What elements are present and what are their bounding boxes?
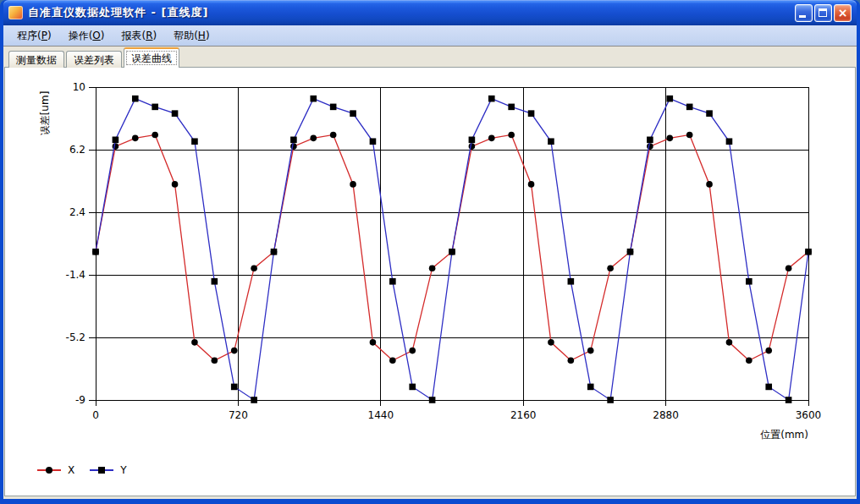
title-bar: 自准直仪数据处理软件 - [直线度] × (3, 0, 857, 25)
error-curve-page (4, 67, 856, 496)
legend-item-x: X (37, 464, 74, 476)
window-title: 自准直仪数据处理软件 - [直线度] (28, 5, 795, 20)
tab-measure-data[interactable]: 测量数据 (8, 51, 64, 68)
app-icon (8, 6, 23, 19)
maximize-icon (819, 8, 827, 17)
window-controls: × (795, 4, 852, 22)
menu-item-help[interactable]: 帮助(H) (165, 26, 218, 46)
close-icon: × (835, 5, 851, 21)
app-frame: 程序(P)操作(O)报表(R)帮助(H) 测量数据误差列表误差曲线 (3, 25, 857, 499)
legend-item-y: Y (90, 464, 126, 476)
application-window: 自准直仪数据处理软件 - [直线度] × 程序(P)操作(O)报表(R)帮助(H… (0, 0, 860, 504)
tab-label: 误差曲线 (131, 52, 172, 66)
menu-item-report[interactable]: 报表(R) (113, 26, 165, 46)
minimize-button[interactable] (795, 4, 813, 22)
chart-legend: XY (37, 464, 127, 476)
tab-bar: 测量数据误差列表误差曲线 (3, 47, 857, 67)
tab-label: 误差列表 (74, 53, 114, 68)
menu-item-program[interactable]: 程序(P) (8, 26, 60, 46)
legend-marker-x (37, 469, 61, 471)
menu-item-operation[interactable]: 操作(O) (60, 26, 113, 46)
legend-label: X (68, 464, 74, 476)
menu-bar: 程序(P)操作(O)报表(R)帮助(H) (3, 25, 857, 47)
close-button[interactable]: × (834, 4, 852, 22)
legend-marker-y (90, 469, 113, 471)
tab-error-list[interactable]: 误差列表 (66, 51, 122, 68)
tab-label: 测量数据 (16, 53, 57, 68)
maximize-button[interactable] (814, 4, 832, 22)
tab-error-curve[interactable]: 误差曲线 (124, 47, 179, 68)
minimize-icon (799, 15, 806, 18)
legend-label: Y (120, 464, 126, 476)
